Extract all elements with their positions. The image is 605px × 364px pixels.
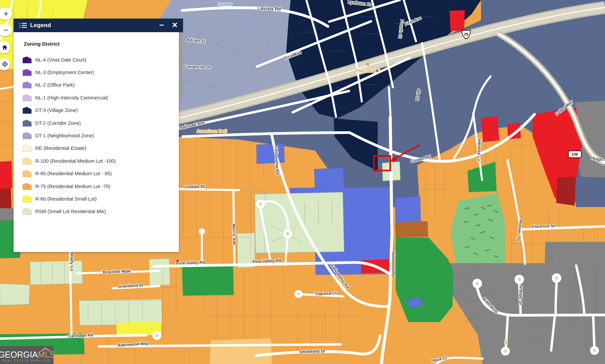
poi-label-the-local-7: The Local 7 bbox=[355, 68, 380, 73]
legend-item: R-60 (Residential Small Lot) bbox=[22, 192, 179, 205]
legend-panel: Legend − × Zoning District NL-4 (Vista D… bbox=[14, 19, 183, 252]
street-label: N Bibb Dr bbox=[518, 286, 523, 305]
legend-header[interactable]: Legend − × bbox=[14, 19, 183, 32]
legend-item-label: NL-3 (Employment Center) bbox=[35, 70, 94, 75]
zone-r85-block bbox=[210, 338, 272, 364]
legend-item: NL-4 (Vista Dale Court) bbox=[22, 53, 179, 66]
legend-item-label: R-60 (Residential Small Lot) bbox=[35, 196, 97, 202]
zone-swatch bbox=[22, 195, 32, 203]
zone-red-wedge-a bbox=[481, 116, 499, 142]
zone-red-leftedge bbox=[0, 161, 12, 189]
logo-tagline: REAL ESTATE SERVICES bbox=[3, 359, 51, 362]
zone-rsm-1 bbox=[30, 260, 83, 285]
legend-item: DT-2 (Corridor Zone) bbox=[22, 117, 179, 129]
zone-swatch bbox=[22, 119, 32, 127]
georgia-mls-logo: GEORGIAMLS REAL ESTATE SERVICES bbox=[0, 346, 54, 364]
street-label: Smithfield Dr bbox=[299, 349, 326, 355]
legend-item-label: RE (Residential Estate) bbox=[35, 145, 86, 151]
legend-close-button[interactable]: × bbox=[172, 19, 178, 31]
legend-resize-grip[interactable] bbox=[171, 256, 179, 263]
zone-swatch bbox=[22, 69, 32, 76]
legend-item: RE (Residential Estate) bbox=[22, 142, 179, 155]
legend-title: Legend bbox=[30, 22, 51, 29]
zone-green-apartments bbox=[451, 193, 505, 263]
home-icon bbox=[2, 44, 8, 50]
legend-item: RSM (Small Lot Residential Mix) bbox=[22, 205, 179, 218]
road-gray-stub3 bbox=[593, 315, 594, 350]
zone-swatch bbox=[22, 81, 32, 89]
svg-text:236: 236 bbox=[572, 152, 578, 156]
legend-item: R-100 (Residential Medium Lot -100) bbox=[22, 155, 179, 167]
locate-icon bbox=[2, 61, 8, 67]
street-label: Morris Ave bbox=[231, 224, 237, 245]
poi-label-uc: uc bbox=[504, 340, 509, 345]
legend-item-label: NL-2 (Office Park) bbox=[35, 82, 75, 88]
street-label: Brockett Walk bbox=[103, 269, 131, 275]
zone-swatch bbox=[22, 94, 32, 101]
ga-236-shield: 236 bbox=[568, 151, 581, 158]
legend-item-label: R-100 (Residential Medium Lot -100) bbox=[35, 158, 116, 164]
zone-swatch bbox=[22, 183, 32, 190]
legend-section-title: Zoning District bbox=[14, 32, 179, 47]
street-label: Comanche Dr bbox=[183, 64, 211, 70]
zone-rsm-4 bbox=[0, 283, 30, 305]
legend-item: NL-1 (High-Intensity Commercial) bbox=[22, 91, 179, 104]
zone-swatch bbox=[22, 170, 32, 177]
legend-item-label: DT-1 (Neighborhood Zone) bbox=[35, 133, 94, 138]
zone-rsm-loop-ext bbox=[237, 233, 255, 268]
zone-swatch bbox=[22, 144, 32, 152]
zone-brown-strip bbox=[395, 221, 428, 237]
poi-label-center: Center bbox=[218, 2, 233, 7]
legend-item-label: NL-1 (High-Intensity Commercial) bbox=[35, 95, 108, 100]
legend-body: Zoning District NL-4 (Vista Dale Court) … bbox=[14, 32, 179, 252]
legend-list-icon bbox=[19, 22, 27, 28]
poi-label-american-deli: American Deli bbox=[196, 129, 227, 134]
legend-item: DT-3 (Village Zone) bbox=[22, 104, 179, 117]
zoning-map-app: { "legend": { "title": "Legend", "minimi… bbox=[0, 0, 605, 364]
legend-item-label: NL-4 (Vista Dale Court) bbox=[35, 57, 86, 63]
legend-item: R-85 (Residential Medium Lot - 85) bbox=[22, 167, 179, 180]
legend-item-label: RSM (Small Lot Residential Mix) bbox=[35, 209, 106, 214]
street-label: Lavista Rd bbox=[258, 6, 281, 12]
logo-wordmark: GEORGIAMLS bbox=[0, 350, 55, 359]
zone-darkred-block bbox=[556, 177, 576, 206]
legend-items: NL-4 (Vista Dale Court) NL-3 (Employment… bbox=[14, 53, 179, 218]
legend-item-label: DT-2 (Corridor Zone) bbox=[35, 120, 81, 126]
legend-item: NL-2 (Office Park) bbox=[22, 79, 179, 91]
logo-georgia: GEORGIA bbox=[0, 350, 38, 359]
street-label: Idlewood Rd bbox=[391, 252, 396, 277]
poi-dot bbox=[367, 63, 370, 66]
zone-swatch bbox=[22, 56, 32, 64]
street-label: Shady Ln bbox=[69, 252, 75, 271]
street-label: Pine Valley Rd bbox=[176, 260, 205, 266]
legend-item-label: DT-3 (Village Zone) bbox=[35, 108, 78, 113]
zone-rsm-2 bbox=[79, 299, 162, 325]
zone-blue-4 bbox=[395, 196, 421, 223]
legend-minimize-button[interactable]: − bbox=[159, 19, 164, 31]
legend-item-label: R-85 (Residential Medium Lot - 85) bbox=[35, 171, 112, 176]
legend-item: NL-3 (Employment Center) bbox=[22, 66, 179, 78]
street-label: Florence St bbox=[532, 224, 555, 229]
legend-item-label: R-75 (Residential Medium Lot -75) bbox=[35, 184, 110, 189]
zone-blue-5 bbox=[408, 298, 422, 307]
zone-swatch bbox=[22, 107, 32, 114]
zone-swatch bbox=[22, 157, 32, 165]
logo-roof-icon bbox=[40, 347, 51, 351]
zone-blue-1 bbox=[256, 143, 285, 164]
street-label: Hanfred Ln bbox=[476, 139, 482, 161]
zone-swatch bbox=[22, 132, 32, 139]
legend-scrollbar[interactable] bbox=[179, 32, 183, 98]
legend-item: DT-1 (Neighborhood Zone) bbox=[22, 129, 179, 142]
zone-red-top bbox=[450, 10, 465, 31]
zone-swatch bbox=[22, 208, 32, 215]
svg-text:29: 29 bbox=[464, 32, 468, 36]
legend-item: R-75 (Residential Medium Lot -75) bbox=[22, 180, 179, 192]
street-label: rchdale Dr bbox=[184, 184, 205, 189]
